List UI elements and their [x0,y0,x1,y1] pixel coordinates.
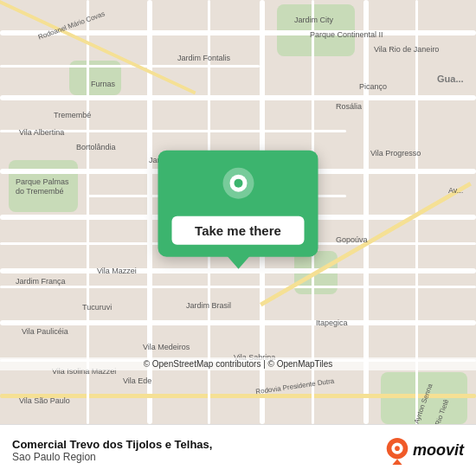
map-label: Tremembé [54,111,91,119]
map-label: Gopoúva [336,235,368,244]
moovit-pin-icon [385,437,409,465]
place-name: Comercial Trevo dos Tijolos e Telhas, [12,438,385,451]
map-label: Bortolândia [76,143,116,151]
take-me-there-button[interactable]: Take me there [172,216,305,245]
map-label: Vila Progresso [370,149,421,158]
popup-card: Take me there [158,151,318,257]
region-name: Sao Paulo Region [12,451,385,463]
map-label: Vila Ede [123,376,151,385]
map-label: Vila Mazzei [97,267,137,275]
place-info: Comercial Trevo dos Tijolos e Telhas, Sa… [12,438,385,463]
map-label: Jardim França [16,277,66,286]
map-label: Jardim Fontalis [177,54,230,62]
map-label-city: Gua... [437,74,464,84]
map-label: do Tremembé [16,187,64,196]
moovit-label: moovit [413,441,464,460]
highway-road [0,394,476,398]
map-label: Vila Medeiros [143,343,190,351]
map-label: Furnas [91,80,115,88]
map-label: Rosália [336,102,362,111]
road [0,65,260,68]
road [0,95,476,100]
map-label: Parque Palmas [16,177,69,186]
map-container: Jardim City Parque Continental II Vila R… [0,0,476,424]
map-label: Tucuruvi [82,303,112,312]
svg-point-2 [234,179,242,188]
map-label: Vila Paulicéia [22,327,68,336]
moovit-logo: moovit [385,437,464,465]
map-label: Vila São Paulo [19,396,70,405]
map-label: Jardim City [294,16,333,24]
svg-marker-5 [392,459,402,465]
location-pin-icon [217,166,259,208]
road [0,286,476,288]
map-label: Jardim Brasil [186,301,231,310]
park-area [9,160,78,212]
svg-point-6 [395,446,400,451]
bottom-bar: Comercial Trevo dos Tijolos e Telhas, Sa… [0,424,476,476]
road [0,268,476,273]
map-attribution: © OpenStreetMap contributors | © OpenMap… [0,357,476,370]
map-label: Vila Rio de Janeiro [374,45,439,54]
map-label: Picanço [359,82,387,91]
map-label: Parque Continental II [310,30,383,39]
road [0,320,476,325]
map-label: Itapegica [316,318,348,327]
map-label: Vila Albertina [19,128,64,137]
map-label: Av... [448,186,463,195]
